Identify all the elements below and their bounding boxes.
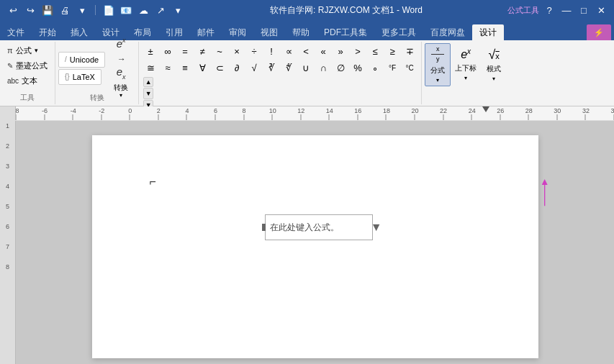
sym-infinity[interactable]: ∞ bbox=[159, 43, 176, 59]
tab-ref[interactable]: 引用 bbox=[158, 24, 190, 40]
unicode-btn[interactable]: / Unicode bbox=[58, 52, 105, 68]
new-button[interactable]: 📄 bbox=[101, 3, 116, 17]
latex-btn[interactable]: {} LaTeX bbox=[58, 69, 101, 85]
sym-cbrt[interactable]: ∛ bbox=[263, 60, 280, 76]
customize-button[interactable]: ▾ bbox=[75, 3, 89, 17]
tab-more[interactable]: 更多工具 bbox=[374, 24, 423, 40]
script-dropdown[interactable]: ▾ bbox=[464, 75, 467, 81]
sym-approx-eq[interactable]: ≅ bbox=[142, 60, 159, 76]
tab-help[interactable]: 帮助 bbox=[285, 24, 317, 40]
radical-btn[interactable]: √x 根式 ▾ bbox=[481, 43, 507, 86]
sym-gg[interactable]: » bbox=[332, 43, 349, 59]
sym-lt[interactable]: < bbox=[297, 43, 315, 59]
share-button[interactable]: ↗ bbox=[153, 3, 168, 17]
tab-view[interactable]: 视图 bbox=[253, 24, 285, 40]
symbol-group-content: ± ∞ = ≠ ~ × ÷ ! ∝ < « » > ≤ ≥ ∓ bbox=[142, 43, 418, 110]
sym-leq[interactable]: ≤ bbox=[366, 43, 384, 59]
save-button[interactable]: 💾 bbox=[40, 3, 55, 17]
fraction-btn[interactable]: x y 分式 ▾ bbox=[425, 43, 451, 86]
formula-box-handle-left bbox=[262, 224, 266, 231]
tab-review[interactable]: 审阅 bbox=[222, 24, 253, 40]
title-bar-left: ↩ ↪ 💾 🖨 ▾ 📄 📧 ☁ ↗ ▾ bbox=[6, 3, 185, 17]
ruler-scale: -8-6-4-20246810121416182022242628303234 bbox=[16, 106, 614, 120]
fraction-dropdown[interactable]: ▾ bbox=[436, 77, 439, 83]
help-icon[interactable]: ? bbox=[542, 3, 556, 17]
tab-formula-design[interactable]: 设计 bbox=[472, 24, 504, 40]
sym-empty[interactable]: ∅ bbox=[332, 60, 349, 76]
sym-fthrt[interactable]: ∜ bbox=[280, 60, 297, 76]
sym-degc[interactable]: °C bbox=[401, 60, 418, 76]
formula-type-group: x y 分式 ▾ ex 上下标 ▾ √x 根式 bbox=[422, 42, 510, 104]
sym-minus-plus[interactable]: ∓ bbox=[401, 43, 418, 59]
formula-arrow bbox=[540, 164, 554, 214]
tools-group: π 公式 ▾ ✎ 墨迹公式 abc 文本 工具 bbox=[0, 42, 55, 104]
text-tool-item[interactable]: abc 文本 bbox=[3, 73, 42, 88]
sym-approx[interactable]: ≈ bbox=[159, 60, 176, 76]
sym-intersect[interactable]: ∩ bbox=[315, 60, 332, 76]
sym-forall[interactable]: ∀ bbox=[194, 60, 211, 76]
sym-times[interactable]: × bbox=[228, 43, 245, 59]
convert-btn[interactable]: ex → ex 转换 ▾ bbox=[107, 47, 135, 90]
symbol-row-2: ≅ ≈ ≡ ∀ ⊂ ∂ √ ∛ ∜ ∪ ∩ ∅ % ∘ °F °C bbox=[142, 60, 418, 76]
convert-group-content: / Unicode {} LaTeX ex → ex 转换 ▾ bbox=[58, 43, 135, 93]
main-area: 1 2 3 4 5 6 7 8 ⌐ 在此处键入公式。 ▼ bbox=[0, 121, 614, 364]
cloud-button[interactable]: ☁ bbox=[136, 3, 150, 17]
formula-tool-item[interactable]: π 公式 ▾ bbox=[3, 43, 42, 58]
sym-exclaim[interactable]: ! bbox=[263, 43, 280, 59]
undo-button[interactable]: ↩ bbox=[6, 3, 20, 17]
restore-button[interactable]: □ bbox=[577, 3, 591, 17]
sym-percent[interactable]: % bbox=[349, 60, 366, 76]
radical-dropdown[interactable]: ▾ bbox=[492, 76, 495, 82]
tab-mail[interactable]: 邮件 bbox=[190, 24, 222, 40]
email-button[interactable]: 📧 bbox=[119, 3, 133, 17]
tab-bar: 文件 开始 插入 设计 布局 引用 邮件 审阅 视图 帮助 PDF工具集 更多工… bbox=[0, 20, 614, 40]
sym-ll[interactable]: « bbox=[315, 43, 332, 59]
page-cursor: ⌐ bbox=[150, 176, 156, 188]
formula-box[interactable]: 在此处键入公式。 ▼ bbox=[265, 214, 373, 240]
sym-not-equal[interactable]: ≠ bbox=[194, 43, 211, 59]
sym-plus-minus[interactable]: ± bbox=[142, 43, 159, 59]
sym-equiv[interactable]: ≡ bbox=[176, 60, 194, 76]
text-label: 文本 bbox=[22, 76, 37, 86]
tab-file[interactable]: 文件 bbox=[0, 24, 32, 40]
tab-baidu[interactable]: 百度网盘 bbox=[423, 24, 472, 40]
more-quick-button[interactable]: ▾ bbox=[171, 3, 185, 17]
symbol-scroll-up[interactable]: ▲ bbox=[143, 77, 153, 87]
sym-sqrt[interactable]: √ bbox=[245, 60, 263, 76]
sym-ring[interactable]: ∘ bbox=[366, 60, 384, 76]
ruler-left-margin bbox=[0, 106, 16, 120]
sym-degf[interactable]: °F bbox=[384, 60, 401, 76]
tab-home[interactable]: 开始 bbox=[32, 24, 63, 40]
sym-union[interactable]: ∪ bbox=[297, 60, 315, 76]
sym-divide[interactable]: ÷ bbox=[245, 43, 263, 59]
quick-print-button[interactable]: 🖨 bbox=[58, 3, 72, 17]
convert-group-label: 转换 bbox=[58, 93, 135, 103]
formula-dropdown-icon[interactable]: ▾ bbox=[35, 47, 38, 54]
script-btn[interactable]: ex 上下标 ▾ bbox=[452, 43, 479, 86]
sym-equal[interactable]: = bbox=[176, 43, 194, 59]
convert-group: / Unicode {} LaTeX ex → ex 转换 ▾ 转换 ⊡ bbox=[55, 42, 139, 104]
ink-formula-item[interactable]: ✎ 墨迹公式 bbox=[3, 58, 52, 73]
minimize-button[interactable]: — bbox=[559, 3, 574, 17]
symbol-rows: ± ∞ = ≠ ~ × ÷ ! ∝ < « » > ≤ ≥ ∓ bbox=[142, 43, 418, 76]
sym-gt[interactable]: > bbox=[349, 43, 366, 59]
sym-partial[interactable]: ∂ bbox=[228, 60, 245, 76]
v-ruler-num-2: 2 bbox=[6, 142, 9, 163]
sym-tilde[interactable]: ~ bbox=[211, 43, 228, 59]
formula-placeholder: 在此处键入公式。 bbox=[270, 222, 339, 234]
close-button[interactable]: ✕ bbox=[594, 3, 608, 17]
sym-propto[interactable]: ∝ bbox=[280, 43, 297, 59]
sym-subset[interactable]: ⊂ bbox=[211, 60, 228, 76]
formula-box-handle-right[interactable]: ▼ bbox=[371, 221, 382, 234]
tools-group-label: 工具 bbox=[3, 93, 52, 103]
document-area: ⌐ 在此处键入公式。 ▼ bbox=[16, 121, 614, 364]
sym-geq[interactable]: ≥ bbox=[384, 43, 401, 59]
tab-pdf[interactable]: PDF工具集 bbox=[317, 24, 374, 40]
radical-icon: √x bbox=[488, 48, 499, 61]
tab-insert[interactable]: 插入 bbox=[63, 24, 95, 40]
redo-button[interactable]: ↪ bbox=[23, 3, 37, 17]
full-title: 软件自学网: RJZXW.COM 文档1 - Word bbox=[270, 5, 423, 15]
radical-label: 根式 bbox=[487, 64, 501, 74]
symbol-expand[interactable]: ▼ bbox=[143, 88, 153, 99]
tab-formula-tools: ⚡ bbox=[587, 24, 611, 40]
